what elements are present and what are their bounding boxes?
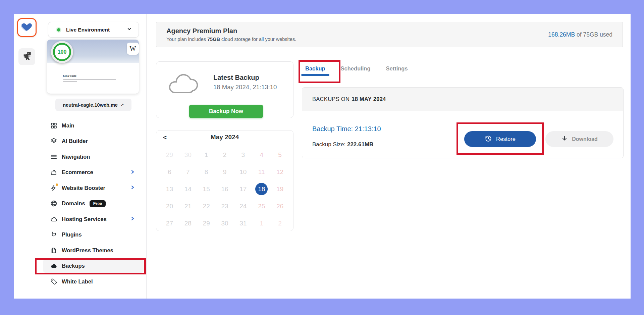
calendar-day[interactable]: 11 bbox=[252, 163, 271, 180]
site-preview-title: hello world bbox=[63, 74, 116, 77]
calendar-day[interactable]: 25 bbox=[252, 198, 271, 215]
calendar-day[interactable]: 21 bbox=[179, 198, 197, 215]
download-button[interactable]: Download bbox=[545, 131, 613, 147]
calendar-day[interactable]: 16 bbox=[216, 180, 234, 198]
workspace-rail bbox=[14, 14, 40, 299]
calendar-day[interactable]: 29 bbox=[160, 146, 179, 163]
menu-icon bbox=[50, 153, 57, 160]
calendar-day[interactable]: 5 bbox=[271, 146, 289, 163]
calendar-day[interactable]: 27 bbox=[160, 215, 179, 231]
calendar-day[interactable]: 20 bbox=[160, 198, 179, 215]
calendar-day[interactable]: 12 bbox=[271, 163, 289, 180]
plan-subtitle: Your plan includes 75GB cloud storage fo… bbox=[166, 37, 296, 42]
storage-used-value: 168.26MB bbox=[548, 31, 575, 38]
screenshot-stage: Live Environment hello world 100 W bbox=[0, 0, 644, 315]
sidebar-item-domains[interactable]: Domains Free bbox=[40, 196, 146, 212]
calendar-day[interactable]: 10 bbox=[234, 163, 252, 180]
calendar-day[interactable]: 8 bbox=[197, 163, 216, 180]
calendar-header: < May 2024 bbox=[156, 130, 293, 144]
calendar-day[interactable]: 15 bbox=[197, 180, 216, 198]
cloud-icon bbox=[50, 216, 57, 223]
sidebar-item-white-label[interactable]: White Label bbox=[40, 274, 146, 290]
external-link-icon: ↗ bbox=[120, 102, 124, 107]
site-preview-content: hello world bbox=[63, 74, 116, 83]
sidebar-item-main[interactable]: Main bbox=[40, 118, 146, 134]
chevron-down-icon bbox=[127, 27, 132, 33]
calendar-day[interactable]: 9 bbox=[216, 163, 234, 180]
site-url-text: neutral-eagle.10web.me bbox=[63, 102, 118, 108]
sidebar-item-plugins[interactable]: Plugins bbox=[40, 227, 146, 243]
wordpress-badge: W bbox=[127, 43, 139, 55]
site-preview-textline bbox=[63, 79, 116, 80]
storage-usage: 168.26MB of 75GB used bbox=[548, 31, 612, 38]
environment-select[interactable]: Live Environment bbox=[48, 22, 139, 38]
sidebar-item-ecommerce[interactable]: Ecommerce bbox=[40, 165, 146, 180]
sidebar-item-wordpress-themes[interactable]: WordPress Themes bbox=[40, 243, 146, 258]
calendar-day[interactable]: 1 bbox=[197, 146, 216, 163]
calendar-prev-button[interactable]: < bbox=[163, 134, 167, 141]
calendar-day[interactable]: 19 bbox=[271, 180, 289, 198]
app-window: Live Environment hello world 100 W bbox=[14, 14, 631, 299]
calendar-day[interactable]: 29 bbox=[197, 215, 216, 231]
highlight-box-backup-tab bbox=[299, 60, 340, 83]
free-badge: Free bbox=[90, 200, 106, 207]
dino-workspace-button[interactable] bbox=[18, 48, 35, 65]
tenweb-logo[interactable] bbox=[17, 18, 37, 37]
sidebar-item-navigation[interactable]: Navigation bbox=[40, 149, 146, 165]
tab-scheduling[interactable]: Scheduling bbox=[341, 65, 371, 81]
globe-icon bbox=[50, 200, 57, 207]
plan-title: Agency Premium Plan bbox=[166, 27, 296, 35]
cloud-outline-icon bbox=[166, 70, 203, 98]
site-url-link[interactable]: neutral-eagle.10web.me ↗ bbox=[55, 99, 131, 111]
notification-dot bbox=[56, 183, 58, 186]
calendar-day[interactable]: 22 bbox=[197, 198, 216, 215]
heart-logo-icon bbox=[21, 21, 33, 34]
sidebar-item-ai-builder[interactable]: AI Builder bbox=[40, 134, 146, 149]
plug-icon bbox=[50, 231, 57, 238]
plan-banner: Agency Premium Plan Your plan includes 7… bbox=[156, 22, 623, 47]
calendar-day[interactable]: 23 bbox=[216, 198, 234, 215]
calendar-day[interactable]: 26 bbox=[271, 198, 289, 215]
backups-date: 18 MAY 2024 bbox=[352, 96, 386, 102]
highlight-box-backups-nav bbox=[35, 258, 146, 274]
main-content: Agency Premium Plan Your plan includes 7… bbox=[147, 14, 631, 299]
pagespeed-score-value: 100 bbox=[53, 43, 71, 61]
tag-icon bbox=[50, 278, 57, 285]
backup-now-button[interactable]: Backup Now bbox=[189, 105, 263, 118]
calendar-day[interactable]: 2 bbox=[271, 215, 289, 231]
calendar-day[interactable]: 28 bbox=[179, 215, 197, 231]
calendar-day[interactable]: 3 bbox=[234, 146, 252, 163]
latest-backup-title: Latest Backup bbox=[213, 74, 277, 82]
calendar-day[interactable]: 30 bbox=[179, 146, 197, 163]
calendar-day[interactable]: 13 bbox=[160, 180, 179, 198]
tab-settings[interactable]: Settings bbox=[386, 65, 408, 81]
calendar-day[interactable]: 31 bbox=[234, 215, 252, 231]
chevron-right-icon bbox=[130, 169, 135, 175]
calendar-day-selected[interactable]: 18 bbox=[252, 180, 271, 198]
layers-icon bbox=[50, 138, 57, 145]
wordpress-w-icon: W bbox=[130, 45, 136, 53]
latest-backup-card: Latest Backup 18 May 2024, 21:13:10 Back… bbox=[156, 61, 293, 118]
pagespeed-score-badge: 100 bbox=[51, 41, 73, 63]
sidebar: Live Environment hello world 100 W bbox=[40, 14, 147, 299]
sidebar-item-hosting-services[interactable]: Hosting Services bbox=[40, 211, 146, 227]
calendar-day[interactable]: 14 bbox=[179, 180, 197, 198]
chevron-right-icon bbox=[130, 216, 135, 222]
sidebar-item-website-booster[interactable]: Website Booster bbox=[40, 180, 146, 196]
calendar-day[interactable]: 30 bbox=[216, 215, 234, 231]
chevron-right-icon bbox=[130, 185, 135, 191]
themes-icon bbox=[50, 247, 57, 254]
calendar-day[interactable]: 6 bbox=[160, 163, 179, 180]
calendar-month-label: May 2024 bbox=[156, 134, 293, 141]
backup-time: Backup Time: 21:13:10 bbox=[312, 125, 381, 133]
backup-size: Backup Size: 222.61MB bbox=[312, 141, 373, 148]
bolt-icon bbox=[50, 185, 57, 192]
calendar-day[interactable]: 2 bbox=[216, 146, 234, 163]
calendar-day[interactable]: 1 bbox=[252, 215, 271, 231]
calendar-day[interactable]: 24 bbox=[234, 198, 252, 215]
dino-icon bbox=[22, 51, 32, 62]
calendar-day[interactable]: 7 bbox=[179, 163, 197, 180]
backup-calendar: < May 2024 29 30 1 2 3 4 5 6 7 8 9 10 11 bbox=[156, 130, 293, 231]
calendar-day[interactable]: 4 bbox=[252, 146, 271, 163]
calendar-day[interactable]: 17 bbox=[234, 180, 252, 198]
